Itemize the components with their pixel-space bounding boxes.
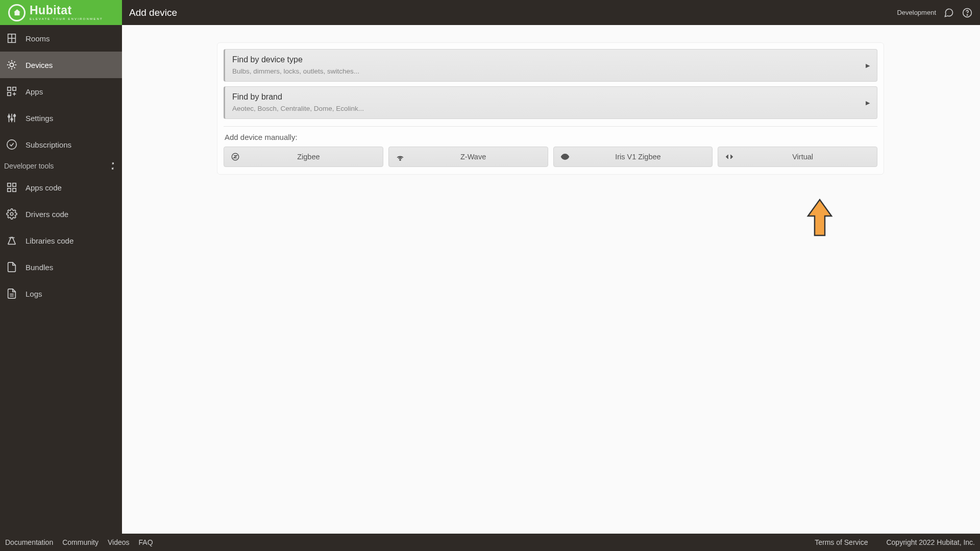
hubitat-house-icon [8, 4, 26, 21]
svg-rect-15 [13, 87, 16, 90]
add-zwave-button[interactable]: Z-Wave [388, 147, 548, 167]
page-title: Add device [129, 7, 177, 18]
sidebar-item-label: Apps code [26, 183, 62, 192]
sidebar-item-label: Rooms [26, 34, 50, 43]
sidebar-item-label: Bundles [26, 263, 53, 272]
chat-icon[interactable] [943, 7, 954, 18]
brand-tagline: ELEVATE YOUR ENVIRONMENT [30, 17, 103, 20]
sidebar-item-rooms[interactable]: Rooms [0, 25, 122, 52]
logs-icon [6, 288, 17, 299]
sidebar-item-subscriptions[interactable]: Subscriptions [0, 131, 122, 158]
arrow-annotation [806, 199, 834, 239]
developer-tools-header[interactable]: Developer tools [0, 158, 122, 174]
app-header: Hubitat ELEVATE YOUR ENVIRONMENT Add dev… [0, 0, 980, 25]
sidebar-item-logs[interactable]: Logs [0, 280, 122, 307]
panel-sub: Bulbs, dimmers, locks, outlets, switches… [232, 67, 870, 75]
svg-point-1 [967, 14, 967, 15]
footer-copyright: Copyright 2022 Hubitat, Inc. [886, 538, 975, 546]
button-label: Z-Wave [405, 153, 542, 161]
eye-icon [560, 152, 570, 162]
svg-line-10 [9, 62, 10, 63]
bundles-icon [6, 261, 17, 273]
sidebar-item-label: Settings [26, 114, 53, 123]
sidebar-item-apps[interactable]: Apps [0, 78, 122, 105]
find-by-device-type-panel[interactable]: Find by device type Bulbs, dimmers, lock… [224, 49, 877, 82]
add-iris-button[interactable]: Iris V1 Zigbee [553, 147, 713, 167]
svg-point-36 [400, 159, 401, 160]
sidebar-item-drivers-code[interactable]: Drivers code [0, 201, 122, 227]
svg-rect-28 [8, 188, 11, 191]
footer-link-videos[interactable]: Videos [108, 538, 130, 546]
settings-icon [6, 112, 17, 124]
button-label: Iris V1 Zigbee [570, 153, 706, 161]
zwave-icon [395, 152, 405, 162]
panel-sub: Aeotec, Bosch, Centralite, Dome, Ecolink… [232, 105, 870, 112]
sidebar-item-label: Drivers code [26, 210, 68, 219]
add-manually-label: Add device manually: [225, 133, 877, 141]
help-icon[interactable] [962, 7, 973, 18]
svg-point-5 [10, 63, 13, 66]
svg-line-11 [14, 67, 15, 68]
devices-icon [6, 59, 17, 70]
svg-rect-16 [8, 92, 11, 95]
subscriptions-icon [6, 139, 17, 150]
sidebar-item-bundles[interactable]: Bundles [0, 254, 122, 280]
footer-link-community[interactable]: Community [62, 538, 99, 546]
svg-point-30 [10, 212, 13, 215]
svg-point-37 [564, 156, 566, 158]
env-label: Development [897, 9, 936, 16]
footer-link-documentation[interactable]: Documentation [5, 538, 53, 546]
sidebar-item-libraries-code[interactable]: Libraries code [0, 227, 122, 254]
svg-rect-27 [13, 183, 16, 186]
brand-name-text: Hubitat [30, 5, 103, 16]
zigbee-icon [230, 152, 240, 162]
add-virtual-button[interactable]: Virtual [718, 147, 877, 167]
apps-icon [6, 86, 17, 97]
svg-rect-29 [13, 188, 16, 191]
footer-link-faq[interactable]: FAQ [139, 538, 153, 546]
sidebar-item-label: Apps [26, 87, 43, 96]
svg-rect-26 [8, 183, 11, 186]
developer-tools-label: Developer tools [4, 162, 54, 170]
collapse-icon [109, 162, 117, 170]
sidebar-item-label: Devices [26, 61, 53, 69]
find-by-brand-panel[interactable]: Find by brand Aeotec, Bosch, Centralite,… [224, 86, 877, 119]
code-icon [724, 152, 734, 162]
add-device-card: Find by device type Bulbs, dimmers, lock… [217, 42, 884, 175]
svg-rect-14 [8, 87, 11, 90]
main-content: Find by device type Bulbs, dimmers, lock… [122, 25, 980, 534]
svg-point-25 [7, 140, 16, 149]
button-label: Zigbee [240, 153, 377, 161]
sidebar-item-label: Libraries code [26, 236, 74, 245]
svg-line-13 [14, 62, 15, 63]
footer-link-terms[interactable]: Terms of Service [815, 538, 868, 546]
sidebar: Rooms Devices Apps Settings Subscription… [0, 25, 122, 534]
sidebar-item-apps-code[interactable]: Apps code [0, 174, 122, 201]
add-zigbee-button[interactable]: Zigbee [224, 147, 383, 167]
panel-title: Find by brand [232, 92, 870, 102]
sidebar-item-label: Logs [26, 290, 42, 298]
chevron-right-icon: ▶ [866, 100, 870, 106]
divider [224, 126, 877, 127]
button-label: Virtual [734, 153, 871, 161]
svg-marker-38 [808, 200, 831, 235]
brand-name: Hubitat ELEVATE YOUR ENVIRONMENT [30, 5, 103, 20]
brand-logo[interactable]: Hubitat ELEVATE YOUR ENVIRONMENT [0, 0, 122, 25]
app-footer: Documentation Community Videos FAQ Terms… [0, 534, 980, 551]
sidebar-item-settings[interactable]: Settings [0, 105, 122, 131]
sidebar-item-label: Subscriptions [26, 140, 71, 149]
libraries-code-icon [6, 235, 17, 246]
panel-title: Find by device type [232, 55, 870, 64]
chevron-right-icon: ▶ [866, 62, 870, 69]
drivers-code-icon [6, 208, 17, 220]
svg-line-12 [9, 67, 10, 68]
apps-code-icon [6, 182, 17, 193]
rooms-icon [6, 33, 17, 44]
sidebar-item-devices[interactable]: Devices [0, 52, 122, 78]
